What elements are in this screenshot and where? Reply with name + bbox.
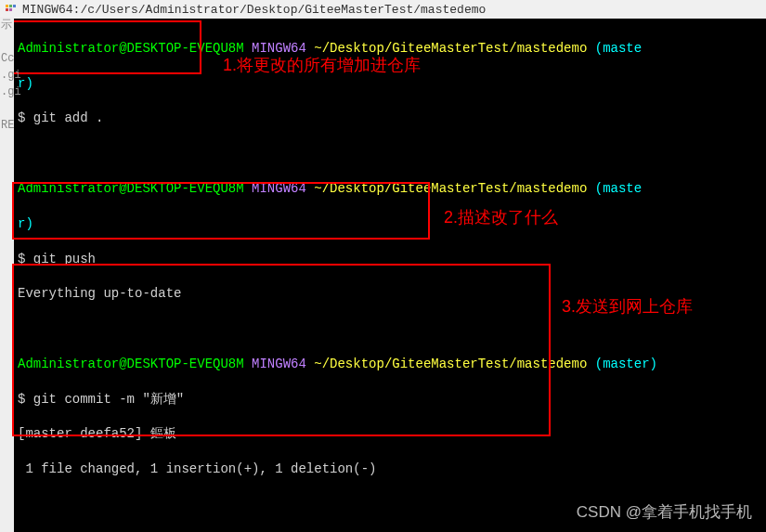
- left-gutter: 示 Cc .gi .gi RE: [0, 17, 14, 134]
- svg-rect-3: [6, 8, 8, 11]
- svg-rect-1: [9, 5, 12, 7]
- window-title-bar: MINGW64:/c/Users/Administrator/Desktop/G…: [0, 0, 766, 19]
- cmd-git-commit: $ git commit -m "新增": [14, 391, 766, 409]
- output-commit-1: [master deefa52] 鏂板: [14, 425, 766, 443]
- prompt-shell: MINGW64: [252, 41, 306, 56]
- cmd-git-add: $ git add .: [14, 110, 766, 127]
- cmd-git-push-1: $ git push: [14, 251, 766, 268]
- output-commit-2: 1 file changed, 1 insertion(+), 1 deleti…: [14, 461, 766, 478]
- svg-rect-4: [9, 8, 12, 11]
- mingw-icon: [4, 2, 19, 17]
- svg-rect-2: [13, 5, 16, 7]
- prompt-branch: (maste: [595, 41, 642, 56]
- window-title-text: MINGW64:/c/Users/Administrator/Desktop/G…: [22, 3, 486, 17]
- terminal[interactable]: Administrator@DESKTOP-EVEQU8M MINGW64 ~/…: [14, 19, 766, 532]
- prompt-path: ~/Desktop/GiteeMasterTest/mastedemo: [314, 41, 587, 56]
- svg-rect-0: [6, 5, 8, 7]
- output-uptodate: Everything up-to-date: [14, 285, 766, 303]
- prompt-user: Administrator@DESKTOP-EVEQU8M: [18, 41, 244, 56]
- watermark: CSDN @拿着手机找手机: [577, 501, 752, 523]
